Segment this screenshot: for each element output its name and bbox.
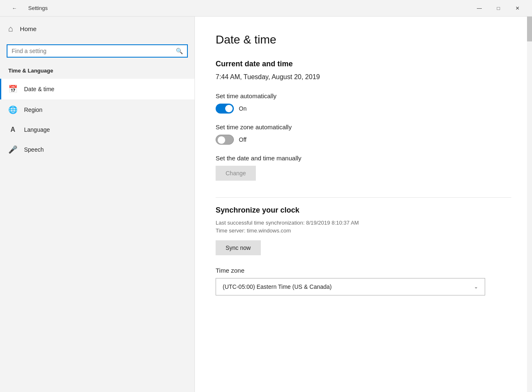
language-icon: A [8,126,17,133]
minimize-icon: — [477,5,482,11]
auto-time-state: On [239,105,247,112]
content-area: Date & time Current date and time 7:44 A… [195,17,532,392]
calendar-icon: 📅 [8,85,17,94]
sidebar: ⌂ Home 🔍 Time & Language 📅 Date & time 🌐… [0,17,195,392]
auto-timezone-state: Off [239,136,246,143]
divider [216,197,511,198]
sidebar-item-speech[interactable]: 🎤 Speech [0,139,194,160]
timezone-value: (UTC-05:00) Eastern Time (US & Canada) [223,283,332,290]
window-title: Settings [28,5,48,11]
maximize-icon: □ [497,5,500,11]
chevron-down-icon: ⌄ [474,284,478,290]
minimize-button[interactable]: — [470,0,489,17]
home-label: Home [20,25,36,32]
nav-label-speech: Speech [24,146,44,153]
timezone-section: Time zone (UTC-05:00) Eastern Time (US &… [216,267,511,295]
sidebar-item-language[interactable]: A Language [0,120,194,139]
globe-icon: 🌐 [8,105,17,114]
sync-heading: Synchronize your clock [216,206,511,215]
microphone-icon: 🎤 [8,145,17,154]
sync-section: Synchronize your clock Last successful t… [216,206,511,255]
window-controls: — □ ✕ [470,0,527,17]
back-button[interactable]: ← [5,0,24,17]
current-datetime-value: 7:44 AM, Tuesday, August 20, 2019 [216,73,511,81]
close-icon: ✕ [515,5,520,11]
app-container: ⌂ Home 🔍 Time & Language 📅 Date & time 🌐… [0,17,532,392]
nav-label-language: Language [24,126,50,133]
timezone-label: Time zone [216,267,511,274]
sidebar-item-region[interactable]: 🌐 Region [0,99,194,120]
sync-now-button[interactable]: Sync now [216,240,261,255]
back-icon: ← [12,5,17,11]
manual-label: Set the date and time manually [216,155,511,162]
change-button[interactable]: Change [216,166,256,181]
current-date-time-heading: Current date and time [216,60,511,68]
home-nav-item[interactable]: ⌂ Home [0,17,194,41]
auto-timezone-label: Set time zone automatically [216,123,511,131]
close-button[interactable]: ✕ [508,0,527,17]
page-title: Date & time [216,33,511,46]
nav-label-date-time: Date & time [24,86,54,92]
sync-info-2: Time server: time.windows.com [216,227,511,234]
auto-timezone-toggle[interactable] [216,135,234,145]
home-icon: ⌂ [8,24,13,34]
maximize-button[interactable]: □ [489,0,508,17]
auto-timezone-toggle-row: Off [216,135,511,145]
auto-time-toggle-row: On [216,104,511,114]
titlebar: ← Settings — □ ✕ [0,0,532,17]
search-box: 🔍 [7,44,188,58]
scrollbar-thumb[interactable] [527,17,532,41]
sync-info-1: Last successful time synchronization: 8/… [216,220,511,226]
sidebar-item-date-time[interactable]: 📅 Date & time [0,79,194,99]
auto-time-label: Set time automatically [216,92,511,99]
nav-label-region: Region [24,106,42,113]
auto-time-toggle[interactable] [216,104,234,114]
search-input[interactable] [12,48,172,54]
scrollbar-track[interactable] [527,17,532,392]
search-icon: 🔍 [176,48,183,54]
sidebar-section-title: Time & Language [0,64,194,79]
timezone-dropdown[interactable]: (UTC-05:00) Eastern Time (US & Canada) ⌄ [216,278,485,295]
